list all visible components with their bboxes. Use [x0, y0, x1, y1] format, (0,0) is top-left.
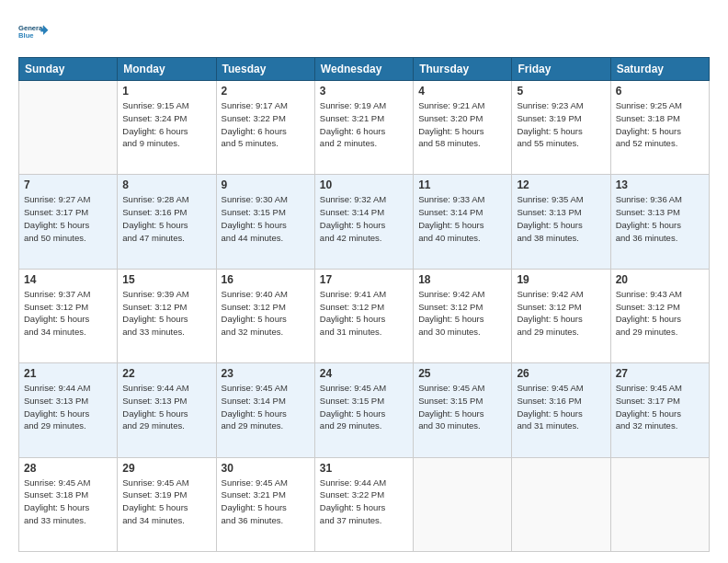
calendar-cell: 11Sunrise: 9:33 AMSunset: 3:14 PMDayligh…: [414, 175, 512, 269]
day-info: Sunrise: 9:45 AMSunset: 3:14 PMDaylight:…: [222, 382, 310, 432]
calendar-header-sunday: Sunday: [19, 58, 118, 81]
calendar-header-monday: Monday: [118, 58, 216, 81]
day-number: 1: [122, 85, 210, 98]
calendar-header-saturday: Saturday: [610, 58, 709, 81]
day-info: Sunrise: 9:32 AMSunset: 3:14 PMDaylight:…: [320, 193, 408, 244]
calendar-cell: 21Sunrise: 9:44 AMSunset: 3:13 PMDayligh…: [19, 363, 118, 457]
day-info: Sunrise: 9:21 AMSunset: 3:20 PMDaylight:…: [418, 99, 506, 150]
calendar-table: SundayMondayTuesdayWednesdayThursdayFrid…: [18, 57, 710, 552]
calendar-header-thursday: Thursday: [414, 58, 512, 81]
calendar-header-tuesday: Tuesday: [216, 58, 314, 81]
day-number: 27: [616, 367, 704, 380]
calendar-cell: 24Sunrise: 9:45 AMSunset: 3:15 PMDayligh…: [314, 363, 413, 457]
day-number: 22: [122, 367, 210, 380]
day-info: Sunrise: 9:45 AMSunset: 3:17 PMDaylight:…: [616, 382, 704, 432]
day-number: 20: [616, 273, 704, 286]
day-info: Sunrise: 9:44 AMSunset: 3:13 PMDaylight:…: [122, 382, 210, 432]
day-number: 21: [24, 367, 112, 380]
day-number: 19: [517, 273, 605, 286]
day-number: 14: [24, 273, 112, 286]
calendar-cell: 25Sunrise: 9:45 AMSunset: 3:15 PMDayligh…: [414, 363, 512, 457]
calendar-cell: [512, 457, 610, 551]
day-number: 10: [320, 178, 408, 191]
header: GeneralBlue: [18, 15, 710, 48]
calendar-cell: 2Sunrise: 9:17 AMSunset: 3:22 PMDaylight…: [216, 81, 314, 175]
day-number: 2: [222, 85, 310, 98]
day-info: Sunrise: 9:15 AMSunset: 3:24 PMDaylight:…: [122, 99, 210, 150]
day-info: Sunrise: 9:41 AMSunset: 3:12 PMDaylight:…: [320, 288, 408, 339]
day-info: Sunrise: 9:42 AMSunset: 3:12 PMDaylight:…: [418, 288, 506, 339]
day-info: Sunrise: 9:33 AMSunset: 3:14 PMDaylight:…: [418, 193, 506, 244]
calendar-cell: 20Sunrise: 9:43 AMSunset: 3:12 PMDayligh…: [610, 269, 709, 362]
day-number: 3: [320, 85, 408, 98]
calendar-cell: 22Sunrise: 9:44 AMSunset: 3:13 PMDayligh…: [118, 363, 216, 457]
day-number: 13: [616, 178, 704, 191]
day-info: Sunrise: 9:35 AMSunset: 3:13 PMDaylight:…: [517, 193, 605, 244]
svg-text:Blue: Blue: [18, 31, 34, 40]
day-info: Sunrise: 9:30 AMSunset: 3:15 PMDaylight:…: [222, 193, 310, 244]
day-info: Sunrise: 9:39 AMSunset: 3:12 PMDaylight:…: [122, 288, 210, 339]
day-number: 4: [418, 85, 506, 98]
day-info: Sunrise: 9:17 AMSunset: 3:22 PMDaylight:…: [222, 99, 310, 150]
calendar-header-wednesday: Wednesday: [314, 58, 413, 81]
day-number: 25: [418, 367, 506, 380]
calendar-cell: 14Sunrise: 9:37 AMSunset: 3:12 PMDayligh…: [19, 269, 118, 362]
calendar-cell: [19, 81, 118, 175]
logo-icon: GeneralBlue: [18, 15, 51, 48]
day-info: Sunrise: 9:45 AMSunset: 3:21 PMDaylight:…: [222, 477, 310, 527]
day-number: 29: [122, 462, 210, 475]
calendar-cell: 5Sunrise: 9:23 AMSunset: 3:19 PMDaylight…: [512, 81, 610, 175]
calendar-cell: [414, 457, 512, 551]
day-number: 11: [418, 178, 506, 191]
day-number: 31: [320, 462, 408, 475]
day-info: Sunrise: 9:43 AMSunset: 3:12 PMDaylight:…: [616, 288, 704, 339]
calendar-cell: 6Sunrise: 9:25 AMSunset: 3:18 PMDaylight…: [610, 81, 709, 175]
day-info: Sunrise: 9:28 AMSunset: 3:16 PMDaylight:…: [122, 193, 210, 244]
day-number: 28: [24, 462, 112, 475]
day-info: Sunrise: 9:45 AMSunset: 3:18 PMDaylight:…: [24, 477, 112, 527]
day-number: 7: [24, 178, 112, 191]
calendar-cell: 29Sunrise: 9:45 AMSunset: 3:19 PMDayligh…: [118, 457, 216, 551]
calendar-cell: 23Sunrise: 9:45 AMSunset: 3:14 PMDayligh…: [216, 363, 314, 457]
day-info: Sunrise: 9:37 AMSunset: 3:12 PMDaylight:…: [24, 288, 112, 339]
calendar-cell: 26Sunrise: 9:45 AMSunset: 3:16 PMDayligh…: [512, 363, 610, 457]
calendar-cell: 12Sunrise: 9:35 AMSunset: 3:13 PMDayligh…: [512, 175, 610, 269]
day-number: 8: [122, 178, 210, 191]
page: GeneralBlue SundayMondayTuesdayWednesday…: [0, 0, 728, 563]
calendar-week-3: 14Sunrise: 9:37 AMSunset: 3:12 PMDayligh…: [19, 269, 710, 362]
calendar-cell: 3Sunrise: 9:19 AMSunset: 3:21 PMDaylight…: [314, 81, 413, 175]
day-number: 26: [517, 367, 605, 380]
calendar-cell: 8Sunrise: 9:28 AMSunset: 3:16 PMDaylight…: [118, 175, 216, 269]
day-info: Sunrise: 9:25 AMSunset: 3:18 PMDaylight:…: [616, 99, 704, 150]
day-info: Sunrise: 9:19 AMSunset: 3:21 PMDaylight:…: [320, 99, 408, 150]
day-number: 18: [418, 273, 506, 286]
day-number: 16: [222, 273, 310, 286]
day-number: 24: [320, 367, 408, 380]
day-number: 12: [517, 178, 605, 191]
day-info: Sunrise: 9:27 AMSunset: 3:17 PMDaylight:…: [24, 193, 112, 244]
day-number: 17: [320, 273, 408, 286]
day-number: 6: [616, 85, 704, 98]
calendar-header-row: SundayMondayTuesdayWednesdayThursdayFrid…: [19, 58, 710, 81]
day-number: 30: [222, 462, 310, 475]
calendar-week-5: 28Sunrise: 9:45 AMSunset: 3:18 PMDayligh…: [19, 457, 710, 551]
calendar-cell: 10Sunrise: 9:32 AMSunset: 3:14 PMDayligh…: [314, 175, 413, 269]
day-number: 5: [517, 85, 605, 98]
day-info: Sunrise: 9:45 AMSunset: 3:15 PMDaylight:…: [418, 382, 506, 432]
day-number: 9: [222, 178, 310, 191]
calendar-week-4: 21Sunrise: 9:44 AMSunset: 3:13 PMDayligh…: [19, 363, 710, 457]
calendar-cell: 9Sunrise: 9:30 AMSunset: 3:15 PMDaylight…: [216, 175, 314, 269]
svg-text:General: General: [18, 24, 44, 32]
calendar-cell: 31Sunrise: 9:44 AMSunset: 3:22 PMDayligh…: [314, 457, 413, 551]
day-info: Sunrise: 9:42 AMSunset: 3:12 PMDaylight:…: [517, 288, 605, 339]
calendar-cell: 27Sunrise: 9:45 AMSunset: 3:17 PMDayligh…: [610, 363, 709, 457]
calendar-cell: 17Sunrise: 9:41 AMSunset: 3:12 PMDayligh…: [314, 269, 413, 362]
calendar-cell: 30Sunrise: 9:45 AMSunset: 3:21 PMDayligh…: [216, 457, 314, 551]
day-info: Sunrise: 9:44 AMSunset: 3:13 PMDaylight:…: [24, 382, 112, 432]
calendar-cell: 18Sunrise: 9:42 AMSunset: 3:12 PMDayligh…: [414, 269, 512, 362]
calendar-cell: 16Sunrise: 9:40 AMSunset: 3:12 PMDayligh…: [216, 269, 314, 362]
day-number: 23: [222, 367, 310, 380]
calendar-week-2: 7Sunrise: 9:27 AMSunset: 3:17 PMDaylight…: [19, 175, 710, 269]
calendar-header-friday: Friday: [512, 58, 610, 81]
day-info: Sunrise: 9:45 AMSunset: 3:16 PMDaylight:…: [517, 382, 605, 432]
